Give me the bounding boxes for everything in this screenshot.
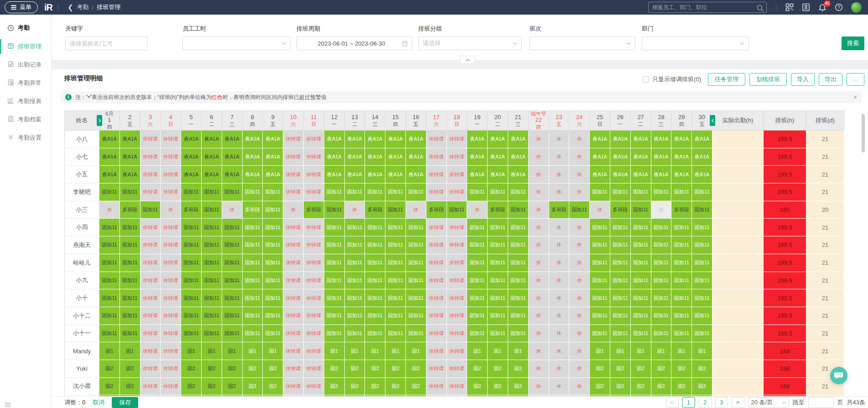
schedule-cell[interactable]: 固加11 bbox=[243, 236, 263, 254]
schedule-cell[interactable]: 夜A1A bbox=[120, 148, 140, 166]
schedule-cell[interactable]: 休 bbox=[549, 272, 570, 290]
schedule-cell[interactable]: 固2 bbox=[365, 378, 385, 396]
schedule-cell[interactable]: 休 bbox=[529, 254, 549, 272]
keyword-input[interactable] bbox=[70, 40, 143, 47]
collapse-right-arrow[interactable] bbox=[710, 115, 715, 126]
schedule-cell[interactable]: 固2 bbox=[406, 378, 426, 396]
schedule-cell[interactable]: 固2 bbox=[385, 378, 406, 396]
schedule-cell[interactable]: 休 bbox=[590, 201, 610, 219]
schedule-cell[interactable]: 多班段 bbox=[243, 201, 263, 219]
schedule-cell[interactable]: 休 bbox=[569, 219, 590, 236]
schedule-cell[interactable]: 固加11 bbox=[324, 289, 345, 307]
schedule-cell[interactable]: 固加11 bbox=[610, 307, 631, 325]
schedule-cell[interactable]: 休 bbox=[549, 166, 570, 183]
schedule-cell[interactable]: 固1 bbox=[671, 342, 692, 360]
schedule-cell[interactable]: 固加11 bbox=[508, 272, 529, 290]
schedule-cell[interactable]: 固加11 bbox=[467, 289, 488, 307]
schedule-cell[interactable]: 固加11 bbox=[181, 289, 202, 307]
sidebar-item-考勤设置[interactable]: 考勤设置 bbox=[0, 129, 51, 147]
schedule-cell[interactable]: 夜A1A bbox=[202, 131, 222, 148]
schedule-cell[interactable]: 休 bbox=[406, 201, 426, 219]
schedule-cell[interactable]: 夜A1A bbox=[181, 166, 202, 183]
schedule-cell[interactable]: 休转谭 bbox=[447, 219, 468, 236]
schedule-cell[interactable]: 休转谭 bbox=[283, 307, 304, 325]
schedule-cell[interactable]: 固加11 bbox=[488, 219, 508, 236]
schedule-cell[interactable]: 固加11 bbox=[222, 183, 243, 201]
schedule-cell[interactable]: 固加11 bbox=[243, 254, 263, 272]
schedule-cell[interactable]: 固2 bbox=[202, 378, 222, 396]
schedule-cell[interactable]: 夜A1A bbox=[590, 131, 610, 148]
schedule-cell[interactable]: 夜A1A bbox=[631, 148, 651, 166]
schedule-cell[interactable]: 夜A1A bbox=[120, 166, 140, 183]
schedule-cell[interactable]: 固加11 bbox=[222, 254, 243, 272]
schedule-cell[interactable]: 固加11 bbox=[263, 289, 283, 307]
schedule-cell[interactable]: 固2 bbox=[651, 360, 672, 378]
schedule-cell[interactable]: 夜A1A bbox=[692, 166, 712, 183]
schedule-cell[interactable]: 夜A1A bbox=[243, 148, 263, 166]
schedule-cell[interactable]: 固加11 bbox=[651, 219, 672, 236]
help-icon[interactable]: ? bbox=[835, 3, 843, 11]
schedule-cell[interactable]: 休转谭 bbox=[304, 272, 324, 290]
schedule-cell[interactable]: 休转谭 bbox=[283, 148, 304, 166]
schedule-cell[interactable]: 休转谭 bbox=[447, 131, 468, 148]
schedule-cell[interactable]: 固1 bbox=[610, 342, 631, 360]
schedule-cell[interactable]: 夜A1A bbox=[222, 148, 243, 166]
schedule-cell[interactable]: 固加11 bbox=[692, 325, 712, 343]
schedule-cell[interactable]: 固加11 bbox=[406, 254, 426, 272]
schedule-cell[interactable]: 固加11 bbox=[365, 325, 385, 343]
schedule-cell[interactable]: 固加11 bbox=[508, 307, 529, 325]
user-avatar[interactable] bbox=[851, 2, 862, 13]
schedule-cell[interactable]: 固加11 bbox=[345, 236, 365, 254]
toolbar-button-划线排班[interactable]: 划线排班 bbox=[749, 73, 787, 86]
schedule-cell[interactable]: 固加11 bbox=[263, 254, 283, 272]
schedule-cell[interactable]: 固2 bbox=[345, 360, 365, 378]
schedule-cell[interactable]: 多班段 bbox=[488, 201, 508, 219]
schedule-cell[interactable]: 固加11 bbox=[610, 219, 631, 236]
schedule-cell[interactable]: 休 bbox=[529, 183, 549, 201]
schedule-cell[interactable]: 夜A1A bbox=[508, 166, 529, 183]
schedule-cell[interactable]: 多班段 bbox=[304, 201, 324, 219]
menu-pill-button[interactable]: 菜单 bbox=[5, 1, 38, 13]
schedule-cell[interactable]: 固加11 bbox=[610, 289, 631, 307]
schedule-cell[interactable]: 固加11 bbox=[590, 183, 610, 201]
schedule-cell[interactable]: 夜A1A bbox=[671, 131, 692, 148]
schedule-cell[interactable]: 休转谭 bbox=[426, 289, 447, 307]
schedule-cell[interactable]: 休转谭 bbox=[283, 236, 304, 254]
schedule-cell[interactable]: 固1 bbox=[345, 342, 365, 360]
schedule-cell[interactable]: 固加11 bbox=[406, 307, 426, 325]
schedule-cell[interactable]: 休转谭 bbox=[426, 166, 447, 183]
toolbar-button-···[interactable]: ··· bbox=[847, 73, 864, 86]
schedule-cell[interactable]: 夜A1A bbox=[385, 148, 406, 166]
schedule-cell[interactable]: 固加11 bbox=[488, 183, 508, 201]
schedule-cell[interactable]: 固2 bbox=[631, 360, 651, 378]
schedule-cell[interactable]: 休转谭 bbox=[161, 254, 181, 272]
schedule-cell[interactable]: 固1 bbox=[99, 342, 120, 360]
schedule-cell[interactable]: 休转谭 bbox=[304, 378, 324, 396]
schedule-cell[interactable]: 固加11 bbox=[181, 219, 202, 236]
schedule-cell[interactable]: 休转谭 bbox=[283, 131, 304, 148]
schedule-cell[interactable]: 固加11 bbox=[467, 219, 488, 236]
schedule-cell[interactable]: 休转谭 bbox=[161, 236, 181, 254]
schedule-cell[interactable]: 固加11 bbox=[243, 325, 263, 343]
schedule-cell[interactable]: 固2 bbox=[488, 378, 508, 396]
schedule-cell[interactable]: 休转谭 bbox=[140, 378, 161, 396]
schedule-cell[interactable]: 固加11 bbox=[610, 325, 631, 343]
schedule-cell[interactable]: 固加11 bbox=[488, 236, 508, 254]
schedule-cell[interactable]: 夜A1A bbox=[263, 148, 283, 166]
schedule-cell[interactable]: 固加11 bbox=[651, 236, 672, 254]
schedule-cell[interactable]: 休 bbox=[569, 360, 590, 378]
schedule-cell[interactable]: 固加11 bbox=[610, 236, 631, 254]
schedule-cell[interactable]: 休转谭 bbox=[140, 148, 161, 166]
schedule-cell[interactable]: 固加11 bbox=[365, 219, 385, 236]
schedule-cell[interactable]: 固1 bbox=[365, 342, 385, 360]
schedule-cell[interactable]: 休转谭 bbox=[426, 254, 447, 272]
schedule-cell[interactable]: 固加11 bbox=[590, 272, 610, 290]
schedule-cell[interactable]: 固加11 bbox=[263, 183, 283, 201]
schedule-cell[interactable]: 固加11 bbox=[181, 254, 202, 272]
schedule-cell[interactable]: 固2 bbox=[467, 378, 488, 396]
schedule-cell[interactable]: 固加11 bbox=[467, 325, 488, 343]
schedule-cell[interactable]: 固加11 bbox=[406, 183, 426, 201]
schedule-cell[interactable]: 固加11 bbox=[651, 325, 672, 343]
schedule-cell[interactable]: 夜A1A bbox=[202, 166, 222, 183]
schedule-cell[interactable]: 固加11 bbox=[651, 307, 672, 325]
